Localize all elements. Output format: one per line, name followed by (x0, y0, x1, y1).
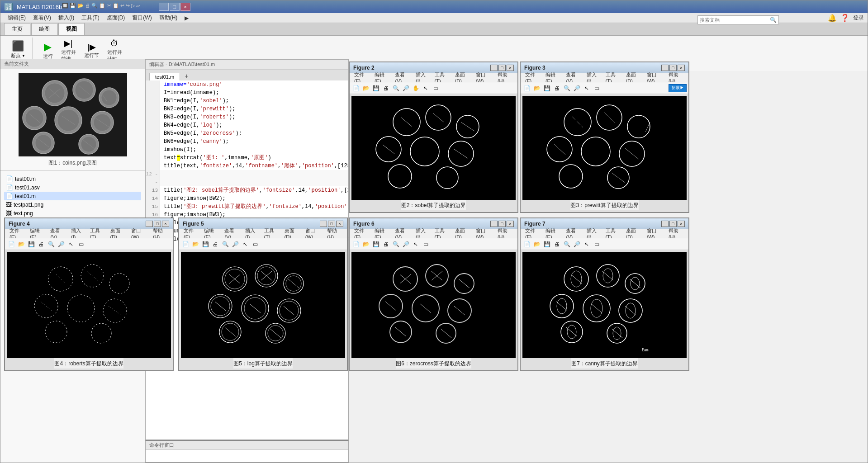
menu-item-help[interactable]: 帮助(H) (156, 13, 181, 23)
tab-home[interactable]: 主页 (4, 23, 30, 35)
menu-item-tools[interactable]: 工具(T) (78, 13, 103, 23)
fig4-tool-open[interactable]: 📂 (17, 240, 26, 249)
fig7-tool-print[interactable]: 🖨 (552, 240, 561, 249)
menu-item-more[interactable]: ▶ (181, 14, 192, 22)
figure-6-maximize[interactable]: □ (498, 221, 506, 227)
fig2-tool-pan[interactable]: ✋ (411, 84, 420, 93)
code-tab-add[interactable]: + (181, 71, 192, 80)
fig2-tool-save[interactable]: 💾 (371, 84, 380, 93)
figure-2-minimize[interactable]: ─ (490, 65, 498, 71)
figure-7-minimize[interactable]: ─ (661, 221, 669, 227)
menu-item-edit[interactable]: 编辑(E) (4, 13, 29, 23)
fig4-tool-select[interactable]: ↖ (66, 240, 76, 249)
figure-6-close[interactable]: × (507, 221, 514, 227)
figure-7-close[interactable]: × (678, 221, 685, 227)
fig5-tool-select[interactable]: ↖ (241, 240, 250, 249)
list-item[interactable]: 🖼 testpat1.png (4, 200, 141, 209)
fig5-tool-save[interactable]: 💾 (201, 240, 210, 249)
fig3-tool-brush[interactable]: ▭ (592, 84, 601, 93)
fig2-tool-zoom-out[interactable]: 🔎 (401, 84, 410, 93)
command-window: 命令行窗口 (145, 440, 349, 463)
figure-3-close[interactable]: × (678, 65, 685, 71)
figure-4-minimize[interactable]: ─ (146, 221, 153, 227)
maximize-button[interactable]: □ (170, 3, 180, 11)
fig2-tool-select[interactable]: ↖ (421, 84, 430, 93)
fig4-tool-print[interactable]: 🖨 (37, 240, 46, 249)
fig3-tool-save[interactable]: 💾 (542, 84, 551, 93)
fig2-tool-brush[interactable]: ▭ (431, 84, 440, 93)
list-item[interactable]: 📄 test00.m (4, 175, 141, 183)
figure-5-maximize[interactable]: □ (328, 221, 335, 227)
code-tab-test01[interactable]: test01.m (149, 73, 180, 80)
fig4-tool-brush[interactable]: ▭ (76, 240, 85, 249)
fig5-tool-zoom-out[interactable]: 🔎 (231, 240, 240, 249)
fig3-tool-print[interactable]: 🖨 (552, 84, 561, 93)
fig3-tool-select[interactable]: ↖ (582, 84, 591, 93)
user-login[interactable]: 登录 (853, 14, 864, 22)
fig5-tool-zoom-in[interactable]: 🔍 (221, 240, 230, 249)
menu-item-window[interactable]: 窗口(W) (128, 13, 155, 23)
fig3-tool-open[interactable]: 📂 (532, 84, 541, 93)
breakpoint-arrow: ▼ (22, 54, 25, 58)
figure-7-maximize[interactable]: □ (669, 221, 677, 227)
fig5-tool-open[interactable]: 📂 (191, 240, 200, 249)
close-button[interactable]: × (180, 3, 190, 11)
menu-item-desktop[interactable]: 桌面(D) (103, 13, 129, 23)
fig6-tool-print[interactable]: 🖨 (381, 240, 390, 249)
breakpoint-button[interactable]: ⬛ 断点 ▼ (8, 39, 28, 60)
fig7-tool-brush[interactable]: ▭ (592, 240, 601, 249)
line-number (146, 113, 160, 121)
fig3-tool-zoom-out[interactable]: 🔎 (572, 84, 581, 93)
figure-6-minimize[interactable]: ─ (490, 221, 498, 227)
fig2-tool-open[interactable]: 📂 (361, 84, 370, 93)
fig6-tool-save[interactable]: 💾 (371, 240, 380, 249)
list-item[interactable]: 📄 test01.asv (4, 183, 141, 192)
fig6-tool-zoom-in[interactable]: 🔍 (391, 240, 400, 249)
fig3-tool-new[interactable]: 📄 (522, 84, 531, 93)
fig5-tool-brush[interactable]: ▭ (251, 240, 260, 249)
fig4-tool-new[interactable]: 📄 (7, 240, 16, 249)
fig6-tool-zoom-out[interactable]: 🔎 (401, 240, 410, 249)
fig7-tool-open[interactable]: 📂 (532, 240, 541, 249)
fig7-tool-save[interactable]: 💾 (542, 240, 551, 249)
fig5-tool-new[interactable]: 📄 (181, 240, 190, 249)
cmd-content[interactable] (146, 450, 348, 454)
figure-2-close[interactable]: × (507, 65, 514, 71)
fig3-tool-zoom-in[interactable]: 🔍 (562, 84, 571, 93)
fig2-tool-print[interactable]: 🖨 (381, 84, 390, 93)
fig7-tool-select[interactable]: ↖ (582, 240, 591, 249)
fig6-tool-open[interactable]: 📂 (361, 240, 370, 249)
menu-item-insert[interactable]: 插入(I) (55, 13, 78, 23)
fig6-tool-select[interactable]: ↖ (411, 240, 420, 249)
figure-3-minimize[interactable]: ─ (661, 65, 669, 71)
figure-2-maximize[interactable]: □ (498, 65, 506, 71)
tab-view[interactable]: 视图 (58, 23, 85, 35)
figure-5-close[interactable]: × (336, 221, 343, 227)
fig4-tool-zoom-in[interactable]: 🔍 (47, 240, 56, 249)
fig4-tool-zoom-out[interactable]: 🔎 (57, 240, 66, 249)
minimize-button[interactable]: ─ (159, 3, 169, 11)
list-item[interactable]: 📄 test01.m (4, 192, 141, 200)
fig6-tool-brush[interactable]: ▭ (421, 240, 430, 249)
fig7-tool-zoom-out[interactable]: 🔎 (572, 240, 581, 249)
figure-4-maximize[interactable]: □ (154, 221, 161, 227)
fig7-tool-new[interactable]: 📄 (522, 240, 531, 249)
coins-drawing (19, 73, 127, 156)
list-item[interactable]: 🖼 text.png (4, 209, 141, 217)
fig4-tool-save[interactable]: 💾 (27, 240, 36, 249)
figure-4-close[interactable]: × (162, 221, 169, 227)
advance-button[interactable]: |▶ 运行节 (81, 41, 102, 61)
fig6-tool-new[interactable]: 📄 (351, 240, 360, 249)
fig2-tool-new[interactable]: 📄 (351, 84, 360, 93)
search-input[interactable] (700, 17, 770, 23)
fig7-tool-zoom-in[interactable]: 🔍 (562, 240, 571, 249)
figure-5-minimize[interactable]: ─ (320, 221, 327, 227)
figure-3-maximize[interactable]: □ (669, 65, 677, 71)
fig3-blue-btn[interactable]: 拓展▶ (669, 84, 687, 92)
run-button[interactable]: ▶ 运行 (40, 40, 56, 61)
tab-plot[interactable]: 绘图 (31, 23, 57, 35)
fig5-tool-print[interactable]: 🖨 (211, 240, 220, 249)
fig2-tool-zoom-in[interactable]: 🔍 (391, 84, 400, 93)
menu-item-view[interactable]: 查看(V) (29, 13, 55, 23)
code-line: text=strcat('图1: ',imname,'原图') (146, 154, 348, 162)
